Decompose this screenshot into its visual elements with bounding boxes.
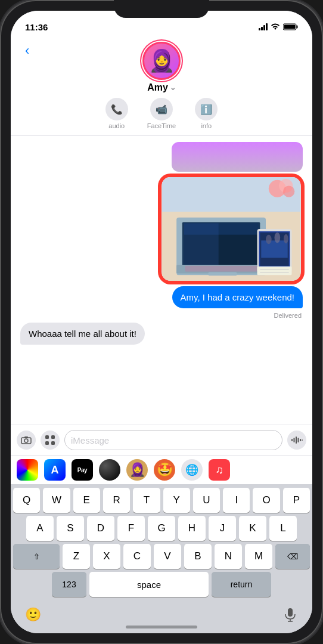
contact-actions: 📞 audio 📹 FaceTime ℹ️ info xyxy=(105,98,218,129)
key-e[interactable]: E xyxy=(73,488,100,513)
svg-rect-38 xyxy=(298,438,299,442)
svg-rect-13 xyxy=(184,223,259,234)
contact-header: 🧕 Amy ⌄ 📞 audio 📹 FaceTime ℹ️ info xyxy=(11,37,312,136)
web-icon[interactable]: 🌐 xyxy=(181,459,203,481)
input-placeholder: iMessage xyxy=(71,435,109,445)
key-i[interactable]: I xyxy=(223,488,250,513)
received-bubble: Whoaaa tell me all about it! xyxy=(20,323,145,345)
notch xyxy=(114,0,209,18)
key-j[interactable]: J xyxy=(209,516,236,541)
message-image-content xyxy=(160,175,303,283)
wifi-icon xyxy=(271,23,280,30)
return-key[interactable]: return xyxy=(212,572,271,597)
svg-point-29 xyxy=(24,439,28,442)
keyboard-row-1: Q W E R T Y U I O P xyxy=(13,488,310,513)
apps-button[interactable] xyxy=(41,431,60,450)
key-m[interactable]: M xyxy=(245,544,272,569)
camera-button[interactable] xyxy=(17,431,36,450)
svg-rect-39 xyxy=(300,439,301,441)
applepay-app-icon[interactable]: Pay xyxy=(72,459,93,481)
svg-rect-2 xyxy=(284,25,296,29)
contact-name[interactable]: Amy ⌄ xyxy=(147,82,176,93)
messages-area: Amy, I had a crazy weekend! Delivered Wh… xyxy=(11,136,312,425)
audio-action[interactable]: 📞 audio xyxy=(105,98,128,129)
delete-key[interactable]: ⌫ xyxy=(275,544,310,569)
space-key[interactable]: space xyxy=(89,572,209,597)
audio-label: audio xyxy=(108,122,125,129)
svg-point-22 xyxy=(266,235,272,244)
svg-rect-25 xyxy=(257,267,292,275)
keyboard: Q W E R T Y U I O P A S D F G H J K xyxy=(11,484,312,633)
back-button[interactable]: ‹ xyxy=(25,43,29,58)
contact-name-chevron: ⌄ xyxy=(170,83,176,92)
memoji2-icon[interactable]: 🤩 xyxy=(154,459,175,481)
svg-rect-41 xyxy=(288,608,293,617)
key-c[interactable]: C xyxy=(123,544,151,569)
svg-rect-32 xyxy=(51,435,55,439)
key-l[interactable]: L xyxy=(269,516,297,541)
key-t[interactable]: T xyxy=(133,488,160,513)
memoji-face-icon[interactable]: 🧕 xyxy=(126,459,148,481)
shift-key[interactable]: ⇧ xyxy=(13,544,60,569)
svg-point-23 xyxy=(275,233,281,243)
home-indicator xyxy=(126,626,197,628)
key-s[interactable]: S xyxy=(57,516,84,541)
facetime-action[interactable]: 📹 FaceTime xyxy=(147,98,176,129)
info-action[interactable]: ℹ️ info xyxy=(195,98,218,129)
photos-app-icon[interactable] xyxy=(17,459,38,481)
svg-rect-35 xyxy=(291,439,293,441)
microphone-key[interactable] xyxy=(278,602,303,627)
svg-rect-1 xyxy=(297,26,298,29)
message-input[interactable]: iMessage xyxy=(64,430,282,450)
battery-icon xyxy=(283,23,298,30)
phone-screen: 11:36 ‹ xyxy=(11,11,312,633)
numbers-key[interactable]: 123 xyxy=(52,572,86,597)
key-r[interactable]: R xyxy=(103,488,130,513)
phone-frame: 11:36 ‹ xyxy=(0,0,323,644)
facetime-label: FaceTime xyxy=(147,122,176,129)
svg-point-24 xyxy=(284,234,288,243)
memoji-dot-icon[interactable] xyxy=(99,459,120,481)
sent-bubble: Amy, I had a crazy weekend! xyxy=(172,286,303,308)
svg-rect-34 xyxy=(51,441,55,445)
svg-rect-31 xyxy=(45,435,49,439)
key-w[interactable]: W xyxy=(43,488,70,513)
info-label: info xyxy=(201,122,212,129)
audio-wave-button[interactable] xyxy=(287,431,306,450)
keyboard-row-3: ⇧ Z X C V B N M ⌫ xyxy=(13,544,310,569)
info-icon: ℹ️ xyxy=(195,98,218,120)
key-a[interactable]: A xyxy=(26,516,54,541)
key-o[interactable]: O xyxy=(253,488,279,513)
delivered-status: Delivered xyxy=(274,312,302,319)
keyboard-row-2: A S D F G H J K L xyxy=(13,516,310,541)
svg-rect-36 xyxy=(294,438,295,442)
music-app-icon[interactable]: ♫ xyxy=(209,459,230,481)
key-p[interactable]: P xyxy=(283,488,310,513)
app-icons-row: A Pay 🧕 🤩 🌐 ♫ xyxy=(11,455,312,484)
audio-icon: 📞 xyxy=(105,98,128,120)
emoji-key[interactable]: 🙂 xyxy=(20,602,45,627)
key-g[interactable]: G xyxy=(148,516,175,541)
input-bar: iMessage xyxy=(11,425,312,455)
key-h[interactable]: H xyxy=(178,516,206,541)
svg-rect-33 xyxy=(45,441,49,445)
appstore-app-icon[interactable]: A xyxy=(44,459,66,481)
svg-rect-21 xyxy=(261,240,287,258)
key-d[interactable]: D xyxy=(87,516,114,541)
avatar[interactable]: 🧕 xyxy=(142,42,181,80)
key-n[interactable]: N xyxy=(215,544,242,569)
key-f[interactable]: F xyxy=(117,516,145,541)
key-z[interactable]: Z xyxy=(63,544,90,569)
key-q[interactable]: Q xyxy=(13,488,40,513)
key-u[interactable]: U xyxy=(193,488,220,513)
message-image[interactable] xyxy=(160,175,303,283)
key-x[interactable]: X xyxy=(93,544,120,569)
svg-point-8 xyxy=(283,186,294,197)
key-y[interactable]: Y xyxy=(163,488,190,513)
key-v[interactable]: V xyxy=(154,544,181,569)
status-time: 11:36 xyxy=(25,22,48,32)
svg-rect-40 xyxy=(302,439,303,441)
key-k[interactable]: K xyxy=(239,516,266,541)
facetime-icon: 📹 xyxy=(150,98,173,120)
key-b[interactable]: B xyxy=(184,544,212,569)
